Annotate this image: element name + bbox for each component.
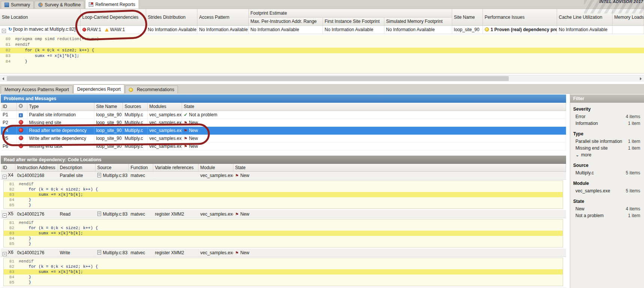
cell-strides-distribution: No Information Available bbox=[146, 26, 197, 34]
code-line-highlighted: 83 sumx += x[k]*b[k]; bbox=[4, 231, 563, 236]
column-header-state[interactable]: State bbox=[182, 103, 566, 111]
code-location-row-x6[interactable]: X6 0x140002176 Write Multiply.c:83 matve… bbox=[1, 249, 566, 257]
problem-row-p2[interactable]: P2 Missing end site loop_site_90 Multipl… bbox=[1, 118, 566, 126]
code-line: 84 } bbox=[4, 197, 563, 202]
column-header-instruction-address[interactable]: Instruction Address bbox=[15, 164, 58, 172]
tab-survey-roofline[interactable]: Survey & Roofline bbox=[34, 1, 84, 9]
problem-row-p5[interactable]: P5 Write after write dependency loop_sit… bbox=[1, 134, 566, 142]
column-header-max-per-instruction-addr-range[interactable]: Max. Per-Instruction Addr. Range bbox=[248, 17, 323, 26]
horizontal-scrollbar[interactable] bbox=[0, 75, 644, 82]
collapse-icon[interactable] bbox=[2, 29, 6, 33]
problem-row-p4-selected[interactable]: P4 Read after write dependency loop_site… bbox=[1, 126, 566, 134]
filter-item-vec-samples-exe[interactable]: vec_samples.exe5 items bbox=[573, 188, 641, 194]
code-line: 81#endif bbox=[4, 259, 563, 264]
tab-label: Refinement Reports bbox=[95, 2, 135, 7]
warning-triangle-icon bbox=[105, 28, 109, 32]
refinement-loop-row[interactable]: ↻[loop in matvec at Multiply.c:82] RAW:1… bbox=[0, 26, 644, 34]
column-header-state[interactable]: State bbox=[233, 164, 566, 172]
cell-modules: vec_samples.exe bbox=[147, 111, 182, 118]
cell-id: X6 bbox=[1, 249, 15, 257]
cell-simulated-footprint: No Information Available bbox=[384, 26, 452, 34]
error-icon bbox=[19, 120, 23, 124]
collapse-icon[interactable] bbox=[3, 252, 7, 256]
collapse-icon[interactable] bbox=[3, 213, 7, 218]
cell-modules: vec_samples.exe bbox=[147, 118, 182, 126]
cell-instruction-address: 0x140002168 bbox=[15, 172, 58, 180]
cell-id: X5 bbox=[1, 210, 15, 218]
scroll-left-button[interactable] bbox=[0, 76, 6, 81]
column-header-simulated-memory-footprint[interactable]: Simulated Memory Footprint bbox=[384, 17, 452, 26]
scroll-right-button[interactable] bbox=[638, 76, 644, 81]
filter-item-not-a-problem[interactable]: Not a problem1 item bbox=[573, 212, 641, 219]
code-line: 81#endif bbox=[0, 42, 644, 48]
cell-site-name: loop_site_90 bbox=[452, 26, 483, 34]
filter-item-multiply-c[interactable]: Multiply.c5 items bbox=[573, 170, 641, 176]
column-header-strides-distribution[interactable]: Strides Distribution bbox=[146, 9, 197, 26]
column-header-access-pattern[interactable]: Access Pattern bbox=[197, 9, 248, 26]
column-header-cache-line-utilization[interactable]: Cache Line Utilization bbox=[557, 9, 612, 26]
document-icon bbox=[97, 212, 101, 216]
cell-id: P5 bbox=[1, 134, 16, 142]
cell-type: Missing end task bbox=[27, 142, 94, 150]
cell-source: Multiply.c:83 bbox=[95, 249, 129, 257]
column-group-footprint-estimate[interactable]: Footprint Estimate bbox=[248, 9, 452, 17]
column-header-id[interactable]: ID bbox=[1, 103, 16, 111]
column-header-function[interactable]: Function bbox=[129, 164, 153, 172]
cell-sources: Multiply.c bbox=[123, 118, 147, 126]
column-header-variable-references[interactable]: Variable references bbox=[153, 164, 198, 172]
column-header-id[interactable]: ID bbox=[1, 164, 15, 172]
column-header-description[interactable]: Description bbox=[58, 164, 95, 172]
document-icon bbox=[97, 173, 101, 177]
cell-type: Parallel site information bbox=[27, 111, 94, 118]
scrollbar-thumb[interactable] bbox=[7, 76, 509, 81]
problem-row-p6[interactable]: P6 Missing end task loop_site_90 Multipl… bbox=[1, 142, 566, 150]
lightbulb-icon bbox=[129, 88, 133, 92]
tab-refinement-reports[interactable]: Refinement Reports bbox=[85, 0, 139, 9]
filter-more-link[interactable]: ⌄more bbox=[573, 152, 641, 158]
filter-item-new[interactable]: New4 items bbox=[573, 206, 641, 212]
code-location-row-x5[interactable]: X5 0x140002176 Read Multiply.c:83 matvec… bbox=[1, 210, 566, 218]
column-header-module[interactable]: Module bbox=[198, 164, 233, 172]
column-header-first-instance-site-footprint[interactable]: First Instance Site Footprint bbox=[323, 17, 384, 26]
tab-recommendations[interactable]: Recommendations bbox=[125, 86, 178, 93]
column-header-modules[interactable]: Modules bbox=[147, 103, 182, 111]
filter-group-severity: Severity Error4 items Information1 item bbox=[570, 103, 644, 128]
column-header-memory-loads[interactable]: Memory Loads bbox=[612, 9, 644, 26]
column-header-sources[interactable]: Sources bbox=[123, 103, 147, 111]
cell-module: vec_samples.exe bbox=[198, 249, 233, 257]
tab-memory-access-patterns-report[interactable]: Memory Access Patterns Report bbox=[1, 86, 73, 93]
new-flag-icon: ⚑ bbox=[235, 173, 239, 178]
column-header-site-location[interactable]: Site Location bbox=[0, 9, 80, 26]
filter-group-type: Type Parallel site information1 item Mis… bbox=[570, 128, 644, 159]
tab-dependencies-report[interactable]: Dependencies Report bbox=[73, 84, 124, 93]
cell-description: Write bbox=[58, 249, 95, 257]
cell-type: Write after write dependency bbox=[27, 134, 94, 142]
filter-item-information[interactable]: Information1 item bbox=[573, 120, 641, 127]
cell-state: ⚑New bbox=[233, 172, 566, 180]
column-header-site-name[interactable]: Site Name bbox=[452, 9, 483, 26]
cell-id: X4 bbox=[1, 172, 15, 180]
code-locations-header: Read after write dependency: Code Locati… bbox=[1, 156, 566, 164]
cell-instruction-address: 0x140002176 bbox=[15, 210, 58, 218]
filter-item-parallel-site-information[interactable]: Parallel site information1 item bbox=[573, 138, 641, 145]
cell-first-instance-footprint: No Information Available bbox=[323, 26, 384, 34]
loop-icon: ↻ bbox=[8, 27, 12, 32]
collapse-icon[interactable] bbox=[3, 175, 7, 179]
column-header-performance-issues[interactable]: Performance Issues bbox=[483, 9, 557, 26]
code-line: 82 for (k = 0;k < size2; k++) { bbox=[4, 187, 563, 192]
column-header-severity[interactable] bbox=[16, 103, 27, 111]
filter-item-missing-end-site[interactable]: Missing end site1 item bbox=[573, 145, 641, 152]
filter-item-error[interactable]: Error4 items bbox=[573, 113, 641, 120]
cell-site-location: ↻[loop in matvec at Multiply.c:82] bbox=[0, 26, 80, 34]
code-location-row-x4[interactable]: X4 0x140002168 Parallel site Multiply.c:… bbox=[1, 172, 566, 180]
cell-variable-references bbox=[153, 172, 198, 180]
column-header-type[interactable]: Type bbox=[27, 103, 94, 111]
filter-group-title: State bbox=[573, 199, 641, 204]
tab-summary[interactable]: Summary bbox=[1, 1, 34, 9]
column-header-site-name[interactable]: Site Name bbox=[94, 103, 123, 111]
new-flag-icon: ⚑ bbox=[184, 144, 188, 148]
cell-id: P4 bbox=[1, 126, 16, 134]
column-header-loop-carried-dependencies[interactable]: Loop-Carried Dependencies bbox=[80, 9, 146, 26]
column-header-source[interactable]: Source bbox=[95, 164, 129, 172]
problem-row-p1[interactable]: P1 i Parallel site information loop_site… bbox=[1, 111, 566, 118]
